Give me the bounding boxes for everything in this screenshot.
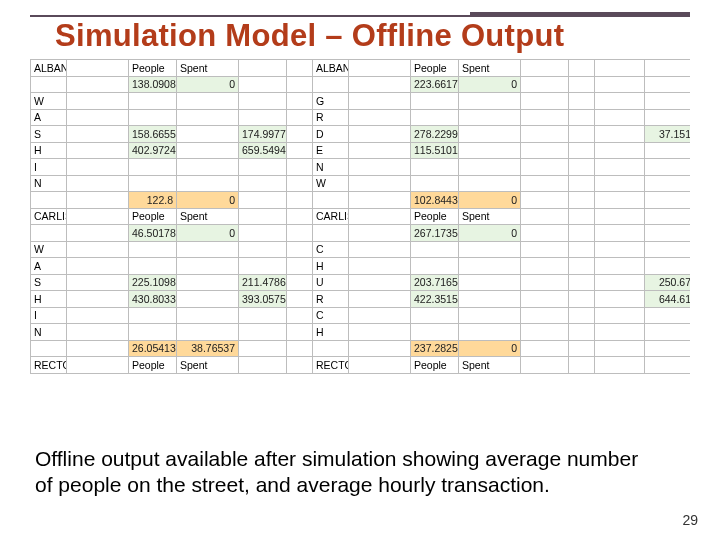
slide-title: Simulation Model – Offline Output: [55, 18, 564, 54]
block-name: ALBANY: [313, 60, 349, 77]
header-rule: [30, 15, 690, 17]
slide-caption: Offline output available after simulatio…: [35, 446, 660, 499]
cell: 0: [177, 76, 239, 93]
col-people: People: [129, 60, 177, 77]
header-short-rule: [470, 12, 690, 15]
block-name: RECTOR: [31, 357, 67, 374]
cell: 138.0908: [129, 76, 177, 93]
block-name: CARLISLE: [31, 208, 67, 225]
data-grid: ALBANY PeopleSpent ALBANY PeopleSpent 13…: [30, 59, 690, 374]
block-name: RECTOR: [313, 357, 349, 374]
block-name: ALBANY: [31, 60, 67, 77]
page-number: 29: [682, 512, 698, 528]
col-spent: Spent: [177, 60, 239, 77]
block-name: CARLISLE: [313, 208, 349, 225]
spreadsheet-view: ALBANY PeopleSpent ALBANY PeopleSpent 13…: [30, 59, 690, 439]
